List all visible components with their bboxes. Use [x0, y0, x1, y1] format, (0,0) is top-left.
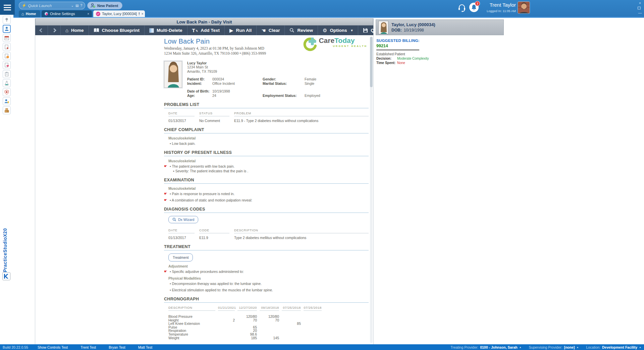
patient-thumbnail[interactable]	[378, 21, 388, 34]
hand-clear-icon: ☚	[261, 27, 266, 34]
exam-item: ☛ • Pain is response to pressure is note…	[170, 192, 369, 196]
chronograph-header-row: DESCRIPTION01/21/202112/27/202009/18/201…	[164, 306, 369, 311]
pointing-hand-icon[interactable]: ☛	[164, 198, 167, 202]
multi-delete-icon	[149, 28, 154, 33]
section-header-treatment: TREATMENT	[164, 244, 369, 249]
treatment-item: ☛ • Specific adjustive procedures admini…	[170, 270, 369, 274]
window-minimize-button[interactable]: —	[638, 11, 642, 15]
caretoday-logo: CareToday URGENT HEALTH	[303, 37, 367, 51]
shield-cross-icon[interactable]	[3, 88, 11, 96]
left-icon-rail	[0, 15, 13, 344]
run-all-button[interactable]: ▶ Run All	[225, 25, 257, 35]
back-button[interactable]	[35, 25, 48, 35]
multi-delete-button[interactable]: Multi-Delete	[145, 25, 187, 35]
magnifier-icon	[289, 28, 294, 33]
chronograph-row: Left Knee Extension85	[164, 322, 369, 326]
quick-launch-box: ⚡ ⌄ ▤ ?	[19, 2, 85, 9]
review-button[interactable]: Review	[285, 25, 318, 35]
window-controls: × —	[638, 1, 642, 15]
treating-provider-selector[interactable]: Treating Provider: 0100 - Johnson, Sarah…	[450, 345, 521, 349]
statusbar-item-trent-test[interactable]: Trent Test	[80, 345, 96, 349]
chief-complaint-item: • Low back pain.	[170, 141, 369, 145]
patient-icon[interactable]	[3, 25, 11, 33]
supervising-provider-selector[interactable]: Supervising Provider: [none] ▲	[529, 345, 579, 349]
clinic-address-line: 1234 Main Suite 326, Amarillo, TX 79110-…	[164, 51, 369, 55]
chronograph-row: Blood Pressure120/80120/80	[164, 315, 369, 318]
logged-in-user[interactable]: Trent Taylor Logged In: 11:05 AM	[487, 2, 516, 13]
chevron-down-icon: ▼	[350, 29, 353, 32]
statusbar-item-show-controls[interactable]: Show Controls Test	[38, 345, 68, 349]
user-avatar[interactable]	[518, 1, 530, 14]
section-header-examination: EXAMINATION	[164, 178, 369, 182]
document-alert-icon[interactable]	[3, 52, 11, 60]
section-header-hpi: HISTORY OF PRESENT ILLNESS	[164, 150, 369, 155]
billing-decision-row: Decision: Moderate Complexity	[376, 57, 464, 60]
pointing-hand-icon[interactable]: ☛	[164, 269, 167, 274]
pointing-hand-icon[interactable]: ☛	[164, 191, 167, 196]
practicestudio-logo	[2, 272, 10, 280]
gear-icon: ⚙	[323, 27, 327, 34]
document-heart-icon[interactable]	[3, 61, 11, 69]
clear-button[interactable]: ☚ Clear	[257, 25, 285, 35]
dx-table-row: 01/13/2017 E11.9 Type 2 diabetes mellitu…	[164, 236, 369, 240]
tab-patient-taylor-lucy[interactable]: LT Taylor, Lucy [000034] ! ×	[93, 10, 145, 17]
supplies-icon[interactable]	[3, 106, 11, 114]
options-button[interactable]: ⚙ Options ▼	[318, 25, 358, 35]
location-selector[interactable]: Location: Development Facility ▲	[586, 345, 641, 349]
caret-up-icon: ▲	[576, 346, 579, 348]
pointing-hand-icon[interactable]: ☛	[164, 164, 167, 168]
close-tab-icon[interactable]: ×	[87, 12, 89, 16]
visit-toolbar: ⌂ Home Choose Blueprint Multi-Delete T✎	[35, 25, 373, 35]
statusbar-item-matt-test[interactable]: Matt Test	[138, 345, 152, 349]
billing-code[interactable]: 99214	[376, 44, 464, 48]
clipboard-icon[interactable]	[3, 70, 11, 78]
play-icon: ▶	[229, 27, 233, 34]
sort-icon[interactable]: ⌄	[71, 4, 74, 7]
dx-wizard-button[interactable]: Dx Wizard	[168, 216, 198, 223]
new-patient-button[interactable]: New Patient	[87, 2, 122, 9]
document-scrollbar[interactable]	[370, 36, 373, 343]
section-header-chief-complaint: CHIEF COMPLAINT	[164, 127, 369, 132]
tab-online-settings[interactable]: Online Settings ×	[42, 10, 92, 17]
group-label: Musculoskeletal	[168, 136, 369, 140]
tab-home[interactable]: ⌂ Home	[19, 10, 40, 17]
lightning-icon: ⚡	[22, 3, 26, 8]
lab-flask-icon[interactable]	[3, 79, 11, 87]
magnifier-icon	[172, 218, 176, 222]
help-icon[interactable]: ?	[80, 4, 82, 7]
group-label: Physical Modalities	[168, 276, 369, 280]
add-text-button[interactable]: T✎ Add Text	[187, 25, 225, 35]
save-disk-icon	[363, 28, 368, 33]
choose-blueprint-button[interactable]: Choose Blueprint	[89, 25, 145, 35]
section-header-diagnosis-codes: DIAGNOSIS CODES	[164, 207, 369, 212]
settings-globe-icon	[44, 12, 48, 16]
hpi-item: ☛ • The patient presents with low back p…	[170, 164, 369, 168]
problems-table-row: 01/13/2017 No Comment E11.9 - Type 2 dia…	[164, 119, 369, 123]
suggested-billing-header: SUGGESTED BILLING:	[376, 39, 464, 43]
hamburger-menu-button[interactable]	[0, 0, 15, 15]
person-key-icon[interactable]	[3, 97, 11, 105]
forward-button[interactable]	[48, 25, 61, 35]
close-tab-icon[interactable]: ×	[142, 12, 144, 16]
calendar-icon[interactable]	[3, 34, 11, 42]
patient-initials-badge: LT	[96, 12, 100, 16]
headset-icon[interactable]	[457, 2, 467, 12]
quick-launch-input[interactable]	[28, 4, 69, 8]
document-add-icon[interactable]	[3, 43, 11, 51]
section-header-chronograph: CHRONOGRAPH	[164, 297, 369, 301]
treatment-button[interactable]: Treatment	[168, 253, 193, 261]
visit-title-bar: Low Back Pain - Daily Visit	[35, 18, 373, 25]
scrollbar-thumb[interactable]	[370, 37, 373, 87]
pin-icon[interactable]	[3, 16, 11, 24]
notifications-bell-icon[interactable]: 7	[469, 2, 479, 12]
statusbar-item-bryan-test[interactable]: Bryan Test	[109, 345, 125, 349]
window-restore-button[interactable]	[638, 7, 642, 9]
book-icon	[94, 28, 99, 33]
list-icon[interactable]: ▤	[75, 4, 78, 7]
toolbar-home-button[interactable]: ⌂ Home	[61, 25, 89, 35]
tab-label: Online Settings	[50, 12, 75, 16]
window-close-button[interactable]: ×	[638, 1, 642, 5]
group-label: Adjustment	[168, 264, 369, 268]
suggested-billing-panel: SUGGESTED BILLING: 99214 Established Pat…	[376, 39, 464, 65]
chronograph-row: Weight185145	[164, 336, 369, 340]
